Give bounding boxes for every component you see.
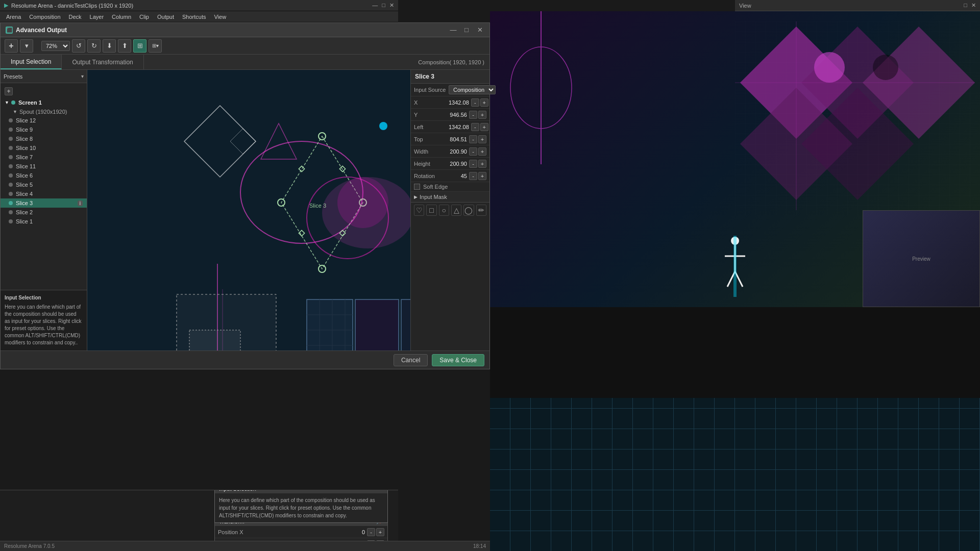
top-value[interactable]: 804.51 <box>449 136 467 142</box>
redo-button[interactable]: ↻ <box>87 39 101 53</box>
minimize-button[interactable]: — <box>372 2 378 9</box>
width-value[interactable]: 200.90 <box>449 148 467 155</box>
height-value[interactable]: 200.90 <box>449 161 467 167</box>
y-minus[interactable]: - <box>469 111 477 119</box>
undo-button[interactable]: ↺ <box>72 39 85 53</box>
slice-item-1[interactable]: Slice 1 <box>1 217 87 226</box>
x-minus[interactable]: - <box>471 98 479 107</box>
canvas-svg: Slice 3 <box>87 70 410 350</box>
mask-pen[interactable]: ✏ <box>476 205 486 216</box>
slice-item-9[interactable]: Slice 9 <box>1 125 87 134</box>
rotation-plus[interactable]: + <box>478 172 486 180</box>
pos-x-plus[interactable]: + <box>376 528 384 536</box>
input-mask-header[interactable]: ▶ Input Mask <box>411 192 489 203</box>
top-controls: - + <box>469 135 486 143</box>
x-controls: - + <box>471 98 488 107</box>
zoom-select[interactable]: 72%50%100% <box>41 41 70 51</box>
slice-item-11[interactable]: Slice 11 <box>1 162 87 171</box>
save-close-button[interactable]: Save & Close <box>432 354 484 366</box>
second-window-maximize[interactable]: □ <box>964 2 967 9</box>
ao-toolbar: + ▾ 72%50%100% ↺ ↻ ⬇ ⬆ ⊞ ⊞▾ <box>1 37 489 55</box>
slice-item-12[interactable]: Slice 12 <box>1 116 87 125</box>
ao-minimize[interactable]: — <box>449 26 458 35</box>
left-minus[interactable]: - <box>471 123 479 131</box>
position-x-value[interactable]: 0 <box>253 529 365 535</box>
tab-output-transformation[interactable]: Output Transformation <box>62 55 143 69</box>
add-screen-button[interactable]: + <box>5 87 13 95</box>
second-window-close[interactable]: ✕ <box>971 2 976 9</box>
title-bar-controls[interactable]: — □ ✕ <box>372 2 394 9</box>
rotation-row: Rotation 45 - + <box>411 170 489 182</box>
menu-arena[interactable]: Arena <box>2 13 25 21</box>
top-plus[interactable]: + <box>478 135 486 143</box>
slice-item-10[interactable]: Slice 10 <box>1 143 87 153</box>
tab-input-selection[interactable]: Input Selection <box>1 55 62 69</box>
mask-circle[interactable]: ○ <box>439 205 449 216</box>
svg-rect-15 <box>733 236 737 297</box>
title-bar: ▶ Resolume Arena - dannicTestClips (1920… <box>0 0 398 11</box>
canvas-area[interactable]: Slice 3 <box>87 70 410 350</box>
slice-item-7[interactable]: Slice 7 <box>1 153 87 162</box>
tooltip-body: Here you can define which part of the co… <box>215 493 387 522</box>
width-row: Width 200.90 - + <box>411 145 489 158</box>
left-plus[interactable]: + <box>480 123 488 131</box>
pos-x-minus[interactable]: - <box>367 528 375 536</box>
screen-header[interactable]: ▼ Screen 1 <box>1 97 87 108</box>
maximize-button[interactable]: □ <box>382 2 385 9</box>
slice-item-4[interactable]: Slice 4 <box>1 189 87 198</box>
grid-options-button[interactable]: ⊞▾ <box>149 39 162 53</box>
down-arrow-button[interactable]: ▾ <box>20 39 33 53</box>
presets-dropdown[interactable]: ▾ <box>81 73 84 79</box>
ao-close[interactable]: ✕ <box>475 26 484 35</box>
align-top-button[interactable]: ⬆ <box>118 39 131 53</box>
slice-item-3[interactable]: Slice 3 i <box>1 198 87 208</box>
slice-item-5[interactable]: Slice 5 <box>1 180 87 189</box>
soft-edge-checkbox[interactable] <box>414 184 420 190</box>
y-value[interactable]: 946.56 <box>449 112 467 118</box>
mask-ellipse[interactable]: ◯ <box>463 205 474 216</box>
ao-maximize[interactable]: □ <box>462 26 471 35</box>
ao-title-controls[interactable]: — □ ✕ <box>449 26 484 35</box>
height-minus[interactable]: - <box>469 160 477 168</box>
cancel-button[interactable]: Cancel <box>394 354 428 366</box>
input-source-label: Input Source <box>414 87 449 93</box>
second-window-controls[interactable]: □ ✕ <box>964 2 976 9</box>
slice-item-2[interactable]: Slice 2 <box>1 208 87 217</box>
width-minus[interactable]: - <box>469 147 477 156</box>
tooltip-close[interactable]: ✕ <box>379 490 383 492</box>
rotation-minus[interactable]: - <box>469 172 477 180</box>
y-plus[interactable]: + <box>478 111 486 119</box>
bottom-bar: Cancel Save & Close <box>1 350 489 369</box>
rotation-value[interactable]: 45 <box>449 173 467 179</box>
mask-heart[interactable]: ♡ <box>414 205 424 216</box>
close-button[interactable]: ✕ <box>389 2 394 9</box>
menu-output[interactable]: Output <box>153 13 178 21</box>
input-source-select[interactable]: Composition Layer Custom <box>449 85 496 94</box>
top-minus[interactable]: - <box>469 135 477 143</box>
svg-text:Slice 3: Slice 3 <box>309 203 326 209</box>
menu-clip[interactable]: Clip <box>135 13 153 21</box>
menu-layer[interactable]: Layer <box>86 13 108 21</box>
spout-header[interactable]: ▼ Spout (1920x1920) <box>1 108 87 116</box>
x-value[interactable]: 1342.08 <box>449 99 469 106</box>
menu-shortcuts[interactable]: Shortcuts <box>178 13 210 21</box>
slice-item-6[interactable]: Slice 6 <box>1 171 87 180</box>
align-bottom-button[interactable]: ⬇ <box>103 39 116 53</box>
svg-point-21 <box>379 122 387 130</box>
left-value[interactable]: 1342.08 <box>449 124 469 130</box>
menu-bar: Arena Composition Deck Layer Column Clip… <box>0 11 398 22</box>
menu-view[interactable]: View <box>210 13 230 21</box>
menu-composition[interactable]: Composition <box>25 13 64 21</box>
mask-triangle[interactable]: △ <box>451 205 461 216</box>
height-plus[interactable]: + <box>478 160 486 168</box>
menu-column[interactable]: Column <box>108 13 135 21</box>
x-plus[interactable]: + <box>480 98 488 107</box>
grid-toggle-button[interactable]: ⊞ <box>133 39 146 53</box>
slice-item-8[interactable]: Slice 8 <box>1 134 87 143</box>
width-plus[interactable]: + <box>478 147 486 156</box>
ao-title-bar: ⬛ Advanced Output — □ ✕ <box>1 23 489 37</box>
add-button[interactable]: + <box>5 39 18 53</box>
app-icon: ▶ <box>4 2 8 9</box>
menu-deck[interactable]: Deck <box>65 13 86 21</box>
mask-square[interactable]: □ <box>426 205 436 216</box>
